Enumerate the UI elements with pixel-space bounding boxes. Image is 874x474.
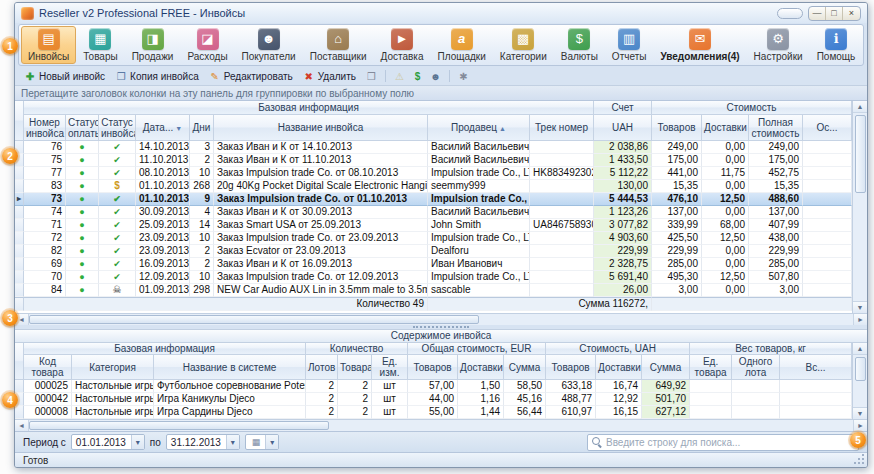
invoice-row[interactable]: 83●$01.10.201326820g 40Kg Pocket Digital… xyxy=(15,180,852,193)
ribbon-item-marketplaces[interactable]: aПлощадки xyxy=(431,26,493,64)
print-button[interactable]: ❒ xyxy=(363,71,380,82)
invoice-row[interactable]: 75●✔11.10.20132Заказ Иван и К от 11.10.2… xyxy=(15,154,852,167)
col-payment-status[interactable]: Статус оплаты xyxy=(66,115,99,141)
delete-invoice-button[interactable]: ✖ Удалить xyxy=(300,70,362,83)
title-bar[interactable]: Reseller v2 Professional FREE - Инвойсы … xyxy=(15,3,867,23)
hscroll-thumb[interactable] xyxy=(29,315,479,324)
invoice-row[interactable]: 72●✔23.09.201310Заказ Impulsion trade Co… xyxy=(15,232,852,245)
dropdown-icon[interactable]: ▾ xyxy=(226,435,239,449)
new-invoice-button[interactable]: ✚ Новый инвойс xyxy=(21,70,111,83)
band-cost-uah[interactable]: Стоимость, UAH xyxy=(546,343,690,355)
col-invoice-status[interactable]: Статус инвойса xyxy=(99,115,136,141)
col-eur-delivery[interactable]: Доставки xyxy=(458,355,504,380)
ribbon-item-help[interactable]: ℹПомощь xyxy=(810,26,863,64)
col-goods-cost[interactable]: Товаров xyxy=(652,115,702,141)
col-weight-lot[interactable]: Одного лота xyxy=(732,355,780,380)
invoice-item-row[interactable]: 000042Настольные игрыИгра Каникулы Djeco… xyxy=(15,393,852,406)
invoice-item-row[interactable]: 000025Настольные игрыФутбольное соревнов… xyxy=(15,380,852,393)
style-button[interactable] xyxy=(777,8,803,19)
col-full-cost[interactable]: Полная стоимость xyxy=(749,115,803,141)
col-category[interactable]: Категория xyxy=(72,355,154,380)
col-weight-unit[interactable]: Ед. товара xyxy=(690,355,732,380)
invoice-row[interactable]: 84●☠01.09.2013298NEW Car Audio AUX Lin i… xyxy=(15,284,852,297)
ribbon-item-suppliers[interactable]: ⌂Поставщики xyxy=(303,26,374,64)
col-weight-total[interactable]: Вс... xyxy=(780,355,852,380)
invoice-item-row[interactable]: 000008Настольные игрыИгра Сардины Djeco2… xyxy=(15,406,852,419)
col-uah-delivery[interactable]: Доставки xyxy=(596,355,642,380)
invoice-row[interactable]: 71●✔25.09.201314Заказ Smart USA от 25.09… xyxy=(15,219,852,232)
col-lots[interactable]: Лотов xyxy=(306,355,338,380)
period-preset-button[interactable]: ▦ ▾ xyxy=(245,434,280,450)
vscroll-thumb[interactable] xyxy=(855,115,866,193)
invoice-row[interactable]: 77●✔08.10.201310Заказ Impulsion trade Co… xyxy=(15,167,852,180)
maximize-button[interactable]: □ xyxy=(826,7,843,20)
ribbon-item-currencies[interactable]: $Валюты xyxy=(554,26,605,64)
scroll-right-icon[interactable]: ► xyxy=(853,420,867,431)
col-items[interactable]: Товара xyxy=(338,355,372,380)
hscroll-thumb[interactable] xyxy=(29,421,329,430)
invoice-row[interactable]: 69●✔16.09.20132Заказ Иван и К от 16.09.2… xyxy=(15,258,852,271)
minimize-button[interactable]: — xyxy=(809,7,826,20)
contact-button[interactable]: ☻ xyxy=(427,71,444,82)
ribbon-item-invoices[interactable]: ▤Инвойсы xyxy=(21,26,76,64)
invoice-row[interactable]: 82●✔23.09.20132Заказ Ecvator от 23.09.20… xyxy=(15,245,852,258)
dropdown-icon[interactable]: ▾ xyxy=(131,435,144,449)
edit-invoice-button[interactable]: ✎ Редактировать xyxy=(206,70,299,83)
vscroll-thumb[interactable] xyxy=(855,357,866,381)
ribbon-item-sales[interactable]: ◨Продажи xyxy=(125,26,181,64)
scroll-right-icon[interactable]: ► xyxy=(853,314,867,325)
col-unit[interactable]: Ед. изм. xyxy=(372,355,408,380)
period-to-input[interactable]: 31.12.2013 ▾ xyxy=(166,434,240,450)
search-box[interactable] xyxy=(587,434,859,451)
col-seller[interactable]: Продавец▲ xyxy=(428,115,530,141)
detail-grid-vscrollbar[interactable]: ▲ ▼ xyxy=(852,343,867,419)
dropdown-icon[interactable]: ▾ xyxy=(265,435,278,449)
invoice-row[interactable]: 70●✔12.09.201310Заказ Impulsion trade Co… xyxy=(15,271,852,284)
col-invoice-name[interactable]: Название инвойса xyxy=(214,115,428,141)
ribbon-item-settings[interactable]: ⚙Настройки xyxy=(747,26,810,64)
invoice-row[interactable]: 74●✔30.09.20134Заказ Иван и К от 30.09.2… xyxy=(15,206,852,219)
col-invoice-number[interactable]: Номер инвойса xyxy=(24,115,66,141)
col-uah-goods[interactable]: Товаров xyxy=(546,355,596,380)
col-delivery-cost[interactable]: Доставки xyxy=(702,115,749,141)
col-product-code[interactable]: Код товара xyxy=(24,355,72,380)
band-weight[interactable]: Вес товаров, кг xyxy=(690,343,852,355)
period-from-input[interactable]: 01.01.2013 ▾ xyxy=(71,434,145,450)
col-days[interactable]: Дни xyxy=(190,115,214,141)
copy-invoice-button[interactable]: ❐ Копия инвойса xyxy=(112,70,205,83)
ribbon-item-buyers[interactable]: ☻Покупатели xyxy=(235,26,303,64)
band-basic-info[interactable]: Базовая информация xyxy=(24,343,306,355)
col-eur-goods[interactable]: Товаров xyxy=(408,355,458,380)
scroll-left-icon[interactable]: ◄ xyxy=(15,420,29,431)
ribbon-item-products[interactable]: ▦Товары xyxy=(76,26,124,64)
tools-button[interactable]: ✱ xyxy=(455,71,472,82)
band-basic-info[interactable]: Базовая информация xyxy=(24,101,594,115)
main-grid-hscrollbar[interactable]: ◄ ► xyxy=(15,313,867,325)
band-quantity[interactable]: Количество xyxy=(306,343,408,355)
ribbon-item-delivery[interactable]: ►Доставка xyxy=(374,26,431,64)
col-date[interactable]: Дата...▼ xyxy=(136,115,190,141)
scroll-down-icon[interactable]: ▼ xyxy=(853,407,867,419)
close-button[interactable]: × xyxy=(843,7,860,20)
col-system-name[interactable]: Название в системе xyxy=(154,355,306,380)
col-uah[interactable]: UAH xyxy=(594,115,652,141)
scroll-up-icon[interactable]: ▲ xyxy=(853,101,867,113)
main-grid-vscrollbar[interactable]: ▲ ▼ xyxy=(852,101,867,313)
invoice-row[interactable]: ▸73●✔01.10.20139Заказ Impulsion trade Co… xyxy=(15,193,852,206)
col-uah-sum[interactable]: Сумма xyxy=(642,355,690,380)
col-eur-sum[interactable]: Сумма xyxy=(504,355,546,380)
resize-grip[interactable] xyxy=(854,454,865,465)
payment-button[interactable]: $ xyxy=(409,71,426,82)
band-total-eur[interactable]: Общая стоимость, EUR xyxy=(408,343,546,355)
band-account[interactable]: Счет xyxy=(594,101,652,115)
band-cost[interactable]: Стоимость xyxy=(652,101,852,115)
warning-button[interactable]: ⚠ xyxy=(391,71,408,82)
detail-grid-hscrollbar[interactable]: ◄ ► xyxy=(15,419,867,431)
search-input[interactable] xyxy=(606,437,854,448)
ribbon-item-categories[interactable]: ▩Категории xyxy=(493,26,554,64)
col-rest[interactable]: Ос... xyxy=(803,115,852,141)
ribbon-item-expenses[interactable]: ◪Расходы xyxy=(180,26,234,64)
ribbon-item-reports[interactable]: ▥Отчеты xyxy=(605,26,654,64)
col-track-number[interactable]: Трек номер xyxy=(530,115,594,141)
invoice-row[interactable]: 76●✔14.10.20133Заказ Иван и К от 14.10.2… xyxy=(15,141,852,154)
